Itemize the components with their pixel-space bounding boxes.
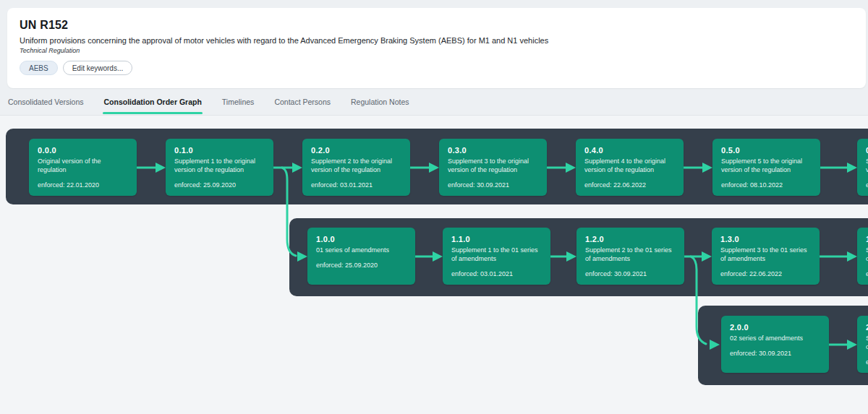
graph-node-0.0.0[interactable]: 0.0.0Original version of the regulatione… bbox=[29, 139, 137, 196]
node-enforced-date: enforced: 22.01.2020 bbox=[38, 181, 128, 189]
node-enforced-date: enforced: 08.10.2022 bbox=[721, 181, 812, 189]
node-description: 01 series of amendments bbox=[316, 246, 407, 254]
consolidation-order-graph: 0.0.0Original version of the regulatione… bbox=[0, 116, 868, 414]
node-version: 0.2.0 bbox=[311, 146, 401, 155]
graph-node-0.1.0[interactable]: 0.1.0Supplement 1 to the original versio… bbox=[166, 139, 273, 196]
node-description: Supplement 1 to the 01 series of amendme… bbox=[451, 246, 542, 263]
node-enforced-date: enforced: 30.09.2021 bbox=[730, 350, 820, 357]
graph-node-0.6.0[interactable]: 0.6.0Supplement 6 to the original versio… bbox=[857, 139, 868, 196]
graph-node-0.5.0[interactable]: 0.5.0Supplement 5 to the original versio… bbox=[712, 139, 820, 196]
node-description: Supplement 1 to the original version of … bbox=[174, 157, 265, 174]
graph-node-1.1.0[interactable]: 1.1.0Supplement 1 to the 01 series of am… bbox=[443, 228, 550, 285]
node-version: 1.1.0 bbox=[451, 235, 542, 243]
node-description: Supplement 2 to the 01 series of amendme… bbox=[585, 246, 676, 263]
node-version: 1.0.0 bbox=[316, 235, 407, 243]
node-description: Supplement 3 to the original version of … bbox=[448, 157, 538, 174]
node-version: 2.0.0 bbox=[730, 323, 820, 332]
page-title: UN R152 bbox=[20, 19, 851, 32]
node-description: Supplement 4 to the original version of … bbox=[584, 157, 675, 174]
graph-node-2.0.0[interactable]: 2.0.002 series of amendmentsenforced: 30… bbox=[721, 316, 829, 373]
node-description: 02 series of amendments bbox=[730, 334, 820, 342]
node-enforced-date: enforced: 30.09.2021 bbox=[585, 270, 676, 277]
keyword-pills: AEBS Edit keywords... bbox=[20, 61, 851, 75]
tab-timelines[interactable]: Timelines bbox=[221, 93, 255, 116]
node-version: 0.5.0 bbox=[721, 146, 812, 155]
regulation-type-label: Technical Regulation bbox=[20, 47, 851, 54]
tabs-bar: Consolidated Versions Consolidation Orde… bbox=[7, 93, 410, 116]
graph-node-1.2.0[interactable]: 1.2.0Supplement 2 to the 01 series of am… bbox=[576, 228, 684, 285]
node-description: Supplement 5 to the original version of … bbox=[721, 157, 812, 174]
node-description: Original version of the regulation bbox=[38, 157, 128, 174]
tab-contact-persons[interactable]: Contact Persons bbox=[273, 93, 331, 116]
node-enforced-date: enforced: 25.09.2020 bbox=[174, 181, 265, 189]
node-enforced-date: enforced: 25.09.2020 bbox=[316, 262, 407, 269]
node-version: 1.3.0 bbox=[720, 235, 811, 243]
graph-node-1.3.0[interactable]: 1.3.0Supplement 3 to the 01 series of am… bbox=[712, 228, 820, 285]
node-enforced-date: enforced: 30.09.2021 bbox=[448, 181, 538, 189]
tab-consolidation-order-graph[interactable]: Consolidation Order Graph bbox=[103, 93, 202, 116]
graph-node-2.1.0[interactable]: 2.1.0Supplement 1 to the 02 series of am… bbox=[857, 316, 868, 373]
node-description: Supplement 2 to the original version of … bbox=[311, 157, 401, 174]
page-subtitle: Uniform provisions concerning the approv… bbox=[20, 36, 851, 45]
node-version: 1.2.0 bbox=[585, 235, 676, 243]
edit-keywords-button[interactable]: Edit keywords... bbox=[63, 61, 133, 75]
node-version: 0.4.0 bbox=[584, 146, 675, 155]
node-enforced-date: enforced: 03.01.2021 bbox=[311, 181, 401, 189]
tab-consolidated-versions[interactable]: Consolidated Versions bbox=[7, 93, 84, 116]
graph-node-1.0.0[interactable]: 1.0.001 series of amendmentsenforced: 25… bbox=[307, 228, 415, 285]
graph-node-1.4.0[interactable]: 1.4.0Supplement 4 to the 01 series of am… bbox=[857, 228, 868, 285]
node-version: 0.3.0 bbox=[448, 146, 538, 155]
keyword-tag-aebs[interactable]: AEBS bbox=[20, 61, 58, 75]
graph-node-0.4.0[interactable]: 0.4.0Supplement 4 to the original versio… bbox=[576, 139, 684, 196]
header-card: UN R152 Uniform provisions concerning th… bbox=[7, 8, 866, 88]
graph-node-0.2.0[interactable]: 0.2.0Supplement 2 to the original versio… bbox=[302, 139, 410, 196]
node-description: Supplement 3 to the 01 series of amendme… bbox=[720, 246, 811, 263]
node-version: 0.1.0 bbox=[174, 146, 265, 155]
node-enforced-date: enforced: 22.06.2022 bbox=[720, 270, 811, 277]
node-enforced-date: enforced: 03.01.2021 bbox=[451, 270, 542, 277]
tab-regulation-notes[interactable]: Regulation Notes bbox=[350, 93, 410, 116]
graph-node-0.3.0[interactable]: 0.3.0Supplement 3 to the original versio… bbox=[439, 139, 547, 196]
node-version: 0.0.0 bbox=[38, 146, 128, 155]
node-enforced-date: enforced: 22.06.2022 bbox=[584, 181, 675, 189]
